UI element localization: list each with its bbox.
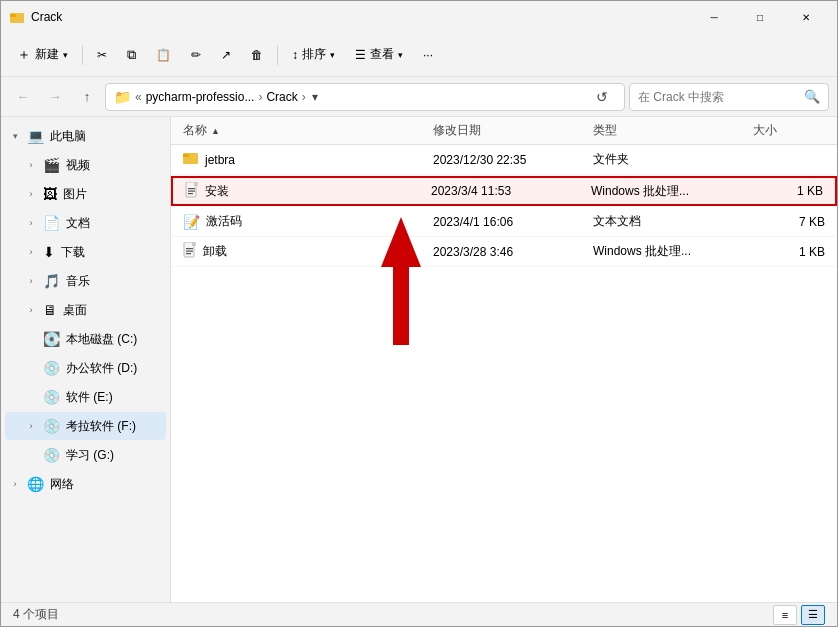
file-name-text: 激活码 [206, 213, 242, 230]
expand-icon-localc: › [25, 334, 37, 344]
svg-rect-7 [188, 188, 195, 189]
expand-icon-doc: › [25, 218, 37, 228]
localg-icon: 💿 [43, 447, 60, 463]
doc-icon: 📄 [43, 215, 60, 231]
col-type[interactable]: 类型 [589, 122, 749, 139]
desktop-icon: 🖥 [43, 302, 57, 318]
new-label: 新建 [35, 46, 59, 63]
delete-button[interactable]: 🗑 [243, 39, 271, 71]
sidebar-item-localg[interactable]: — 💿 学习 (G:) [5, 441, 166, 469]
sort-button[interactable]: ↕ 排序 ▾ [284, 39, 343, 71]
sidebar-item-network[interactable]: › 🌐 网络 [5, 470, 166, 498]
sidebar-label-picture: 图片 [63, 186, 87, 203]
sidebar-item-locald[interactable]: — 💿 办公软件 (D:) [5, 354, 166, 382]
file-modified-cell: 2023/4/1 16:06 [429, 215, 589, 229]
list-view-button[interactable]: ≡ [773, 605, 797, 625]
sidebar-item-pc[interactable]: ▾ 💻 此电脑 [5, 122, 166, 150]
svg-rect-12 [192, 242, 196, 246]
breadcrumb-sep-3: › [302, 90, 306, 104]
expand-icon-picture: › [25, 189, 37, 199]
maximize-button[interactable]: □ [737, 1, 783, 33]
sidebar-item-doc[interactable]: › 📄 文档 [5, 209, 166, 237]
sort-label: 排序 [302, 46, 326, 63]
file-row[interactable]: 卸载2023/3/28 3:46Windows 批处理...1 KB [171, 237, 837, 267]
paste-button[interactable]: 📋 [148, 39, 179, 71]
file-size-cell: 1 KB [749, 245, 829, 259]
download-icon: ⬇ [43, 244, 55, 260]
title-bar: Crack ─ □ ✕ [1, 1, 837, 33]
sidebar-item-localf[interactable]: › 💿 考拉软件 (F:) [5, 412, 166, 440]
file-row[interactable]: 📝激活码2023/4/1 16:06文本文档7 KB [171, 207, 837, 237]
new-icon: ＋ [17, 46, 31, 64]
delete-icon: 🗑 [251, 48, 263, 62]
sidebar-item-desktop[interactable]: › 🖥 桌面 [5, 296, 166, 324]
sidebar-label-download: 下载 [61, 244, 85, 261]
cut-button[interactable]: ✂ [89, 39, 115, 71]
refresh-button[interactable]: ↺ [588, 83, 616, 111]
network-icon: 🌐 [27, 476, 44, 492]
sort-arrow: ▲ [211, 126, 220, 136]
file-name-text: 卸载 [203, 243, 227, 260]
col-modified[interactable]: 修改日期 [429, 122, 589, 139]
sidebar-label-locald: 办公软件 (D:) [66, 360, 137, 377]
sidebar-item-localc[interactable]: › 💽 本地磁盘 (C:) [5, 325, 166, 353]
sidebar-item-download[interactable]: › ⬇ 下载 [5, 238, 166, 266]
share-button[interactable]: ↗ [213, 39, 239, 71]
breadcrumb-bar[interactable]: 📁 « pycharm-professio... › Crack › ▾ ↺ [105, 83, 625, 111]
expand-icon-network: › [9, 479, 21, 489]
breadcrumb-dropdown-btn[interactable]: ▾ [312, 90, 318, 104]
col-name[interactable]: 名称 ▲ [179, 122, 429, 139]
view-button[interactable]: ☰ 查看 ▾ [347, 39, 411, 71]
sidebar-label-localf: 考拉软件 (F:) [66, 418, 136, 435]
col-name-label: 名称 [183, 122, 207, 139]
file-name-text: jetbra [205, 153, 235, 167]
file-rows-container: jetbra2023/12/30 22:35文件夹安装2023/3/4 11:5… [171, 145, 837, 267]
paste-icon: 📋 [156, 48, 171, 62]
close-button[interactable]: ✕ [783, 1, 829, 33]
sidebar-label-locale: 软件 (E:) [66, 389, 113, 406]
rename-button[interactable]: ✏ [183, 39, 209, 71]
up-button[interactable]: ↑ [73, 83, 101, 111]
view-dropdown-icon: ▾ [398, 50, 403, 60]
back-button[interactable]: ← [9, 83, 37, 111]
status-item-count: 4 个项目 [13, 606, 59, 623]
svg-rect-8 [188, 190, 195, 191]
svg-rect-13 [186, 248, 193, 249]
search-bar: 🔍 [629, 83, 829, 111]
localf-icon: 💿 [43, 418, 60, 434]
file-row[interactable]: jetbra2023/12/30 22:35文件夹 [171, 145, 837, 175]
share-icon: ↗ [221, 48, 231, 62]
expand-icon-music: › [25, 276, 37, 286]
sidebar-label-music: 音乐 [66, 273, 90, 290]
file-name-cell: 📝激活码 [179, 213, 429, 230]
file-row[interactable]: 安装2023/3/4 11:53Windows 批处理...1 KB [171, 176, 837, 206]
expand-icon-localg: — [25, 450, 37, 460]
col-size[interactable]: 大小 [749, 122, 829, 139]
view-label: 查看 [370, 46, 394, 63]
copy-button[interactable]: ⧉ [119, 39, 144, 71]
expand-icon-download: › [25, 247, 37, 257]
detail-view-button[interactable]: ☰ [801, 605, 825, 625]
search-input[interactable] [638, 90, 800, 104]
breadcrumb-item-1: pycharm-professio... [146, 90, 255, 104]
file-type-cell: Windows 批处理... [589, 243, 749, 260]
file-size-cell: 7 KB [749, 215, 829, 229]
sort-dropdown-icon: ▾ [330, 50, 335, 60]
sidebar-label-network: 网络 [50, 476, 74, 493]
file-icon: 📝 [183, 214, 200, 230]
more-button[interactable]: ··· [415, 39, 441, 71]
file-modified-cell: 2023/3/28 3:46 [429, 245, 589, 259]
file-type-cell: Windows 批处理... [587, 183, 747, 200]
forward-button[interactable]: → [41, 83, 69, 111]
view-icon: ☰ [355, 48, 366, 62]
sidebar-item-music[interactable]: › 🎵 音乐 [5, 267, 166, 295]
file-name-cell: jetbra [179, 151, 429, 168]
sidebar-item-video[interactable]: › 🎬 视频 [5, 151, 166, 179]
new-button[interactable]: ＋ 新建 ▾ [9, 39, 76, 71]
minimize-button[interactable]: ─ [691, 1, 737, 33]
sidebar-label-video: 视频 [66, 157, 90, 174]
col-type-label: 类型 [593, 122, 617, 139]
sidebar-item-picture[interactable]: › 🖼 图片 [5, 180, 166, 208]
sidebar-item-locale[interactable]: — 💿 软件 (E:) [5, 383, 166, 411]
svg-rect-1 [10, 14, 16, 17]
